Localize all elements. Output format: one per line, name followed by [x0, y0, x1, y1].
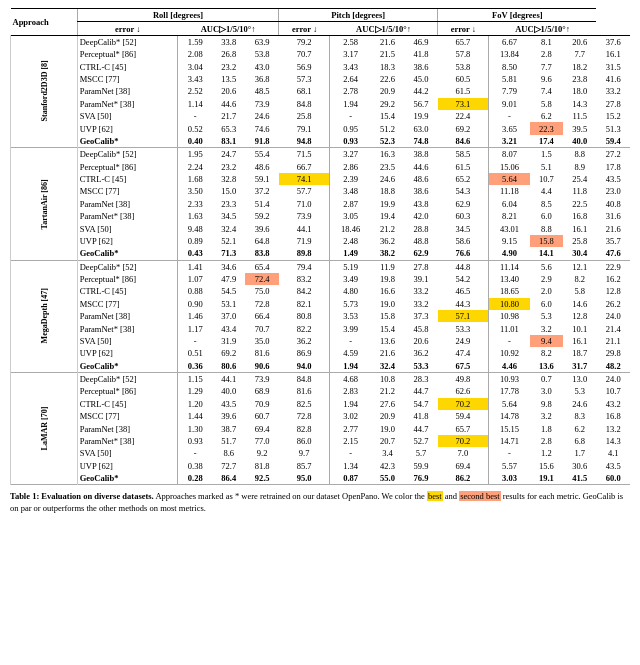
data-cell: 24.0 — [596, 310, 630, 322]
data-cell: 72.8 — [279, 410, 330, 422]
data-cell: 40.0 — [212, 385, 245, 397]
data-cell: 55.4 — [245, 148, 278, 161]
data-cell: 39.5 — [563, 122, 596, 134]
data-cell: 2.0 — [530, 285, 563, 297]
table-row: Perceptual* [86]1.0747.972.483.23.4919.8… — [11, 273, 631, 285]
data-cell: 22.6 — [371, 73, 404, 85]
data-cell: 2.8 — [530, 48, 563, 60]
data-cell: 25.8 — [279, 110, 330, 122]
data-cell: 0.89 — [178, 235, 212, 247]
data-cell: 8.2 — [530, 347, 563, 359]
table-row: ParamNet [38]1.3038.769.482.82.7719.044.… — [11, 422, 631, 434]
data-cell: 10.80 — [489, 298, 530, 310]
data-cell: 33.8 — [212, 35, 245, 48]
data-cell: 73.9 — [245, 98, 278, 110]
data-cell: 3.49 — [330, 273, 371, 285]
data-cell: 9.48 — [178, 222, 212, 234]
data-cell: 17.8 — [596, 161, 630, 173]
data-cell: 72.7 — [212, 460, 245, 472]
data-cell: 0.43 — [178, 247, 212, 260]
approach-name: ParamNet [38] — [77, 85, 178, 97]
table-row: Stanford2D3D [8]DeepCalib* [52]1.5933.86… — [11, 35, 631, 48]
data-cell: 30.6 — [563, 460, 596, 472]
data-cell: 38.6 — [404, 185, 437, 197]
data-cell: 39.6 — [212, 410, 245, 422]
data-cell: 62.6 — [438, 385, 489, 397]
data-cell: 13.84 — [489, 48, 530, 60]
data-cell: 15.06 — [489, 161, 530, 173]
data-cell: 28.8 — [404, 222, 437, 234]
fov-header: FoV [degrees] — [438, 9, 597, 22]
data-cell: 19.9 — [404, 110, 437, 122]
data-cell: 9.2 — [245, 447, 278, 459]
data-cell: 5.3 — [530, 310, 563, 322]
data-cell: 7.4 — [530, 85, 563, 97]
data-cell: 12.8 — [596, 285, 630, 297]
data-cell: 5.57 — [489, 460, 530, 472]
data-cell: 1.30 — [178, 422, 212, 434]
data-cell: 20.9 — [371, 410, 404, 422]
data-cell: 12.1 — [563, 260, 596, 273]
data-cell: 81.8 — [245, 460, 278, 472]
data-cell: 15.6 — [530, 460, 563, 472]
data-cell: 36.2 — [279, 335, 330, 347]
data-cell: 58.5 — [438, 148, 489, 161]
table-row: ParamNet [38]2.3323.351.471.02.8719.943.… — [11, 198, 631, 210]
data-cell: 1.8 — [530, 422, 563, 434]
data-cell: 52.7 — [404, 435, 437, 447]
approach-name: DeepCalib* [52] — [77, 148, 178, 161]
data-cell: 31.9 — [212, 335, 245, 347]
table-container: Approach Roll [degrees] Pitch [degrees] … — [10, 8, 630, 515]
data-cell: 23.0 — [596, 185, 630, 197]
approach-name: UVP [62] — [77, 460, 178, 472]
data-cell: 2.77 — [330, 422, 371, 434]
data-cell: - — [489, 110, 530, 122]
caption-second: second best — [459, 491, 500, 501]
data-cell: 82.1 — [279, 298, 330, 310]
data-cell: 42.3 — [371, 460, 404, 472]
data-cell: 0.51 — [178, 347, 212, 359]
data-cell: 49.8 — [438, 372, 489, 385]
table-row: MegaDepth [47]DeepCalib* [52]1.4134.665.… — [11, 260, 631, 273]
data-cell: 70.7 — [279, 48, 330, 60]
data-cell: 83.1 — [212, 135, 245, 148]
data-cell: 70.7 — [245, 322, 278, 334]
data-cell: 43.4 — [212, 322, 245, 334]
data-cell: 3.43 — [178, 73, 212, 85]
table-row: MSCC [77]0.9053.172.882.15.7319.033.244.… — [11, 298, 631, 310]
data-cell: 69.4 — [245, 422, 278, 434]
data-cell: 41.8 — [404, 410, 437, 422]
approach-name: MSCC [77] — [77, 298, 178, 310]
table-row: UVP [62]0.3872.781.885.71.3442.359.969.4… — [11, 460, 631, 472]
data-cell: 9.8 — [530, 398, 563, 410]
data-cell: 51.4 — [245, 198, 278, 210]
data-cell: 43.01 — [489, 222, 530, 234]
data-cell: 37.3 — [404, 310, 437, 322]
sub-col-header: error ↓ AUC▷1/5/10°↑ error ↓ AUC▷1/5/10°… — [11, 22, 631, 35]
data-cell: 59.4 — [438, 410, 489, 422]
data-cell: 65.7 — [438, 35, 489, 48]
data-cell: 18.8 — [371, 185, 404, 197]
data-cell: 57.3 — [279, 73, 330, 85]
data-cell: 1.29 — [178, 385, 212, 397]
table-row: CTRL-C [45]1.6832.859.174.12.3924.648.66… — [11, 173, 631, 185]
data-cell: 46.9 — [404, 35, 437, 48]
data-cell: 22.9 — [596, 260, 630, 273]
data-cell: 23.2 — [212, 61, 245, 73]
data-cell: 65.4 — [245, 260, 278, 273]
data-cell: 3.0 — [530, 385, 563, 397]
data-cell: 31.6 — [596, 210, 630, 222]
data-cell: 38.6 — [404, 61, 437, 73]
data-cell: 0.93 — [330, 135, 371, 148]
caption-title: Table 1: Evaluation on diverse datasets. — [10, 491, 154, 501]
data-cell: 22.4 — [438, 110, 489, 122]
data-cell: 6.0 — [530, 210, 563, 222]
approach-name: DeepCalib* [52] — [77, 35, 178, 48]
data-cell: 48.8 — [404, 235, 437, 247]
data-cell: 36.2 — [371, 235, 404, 247]
data-cell: 4.68 — [330, 372, 371, 385]
data-cell: 23.2 — [212, 161, 245, 173]
table-row: ParamNet* [38]1.6334.559.273.93.0519.442… — [11, 210, 631, 222]
data-cell: 34.5 — [212, 210, 245, 222]
data-cell: 71.0 — [279, 198, 330, 210]
